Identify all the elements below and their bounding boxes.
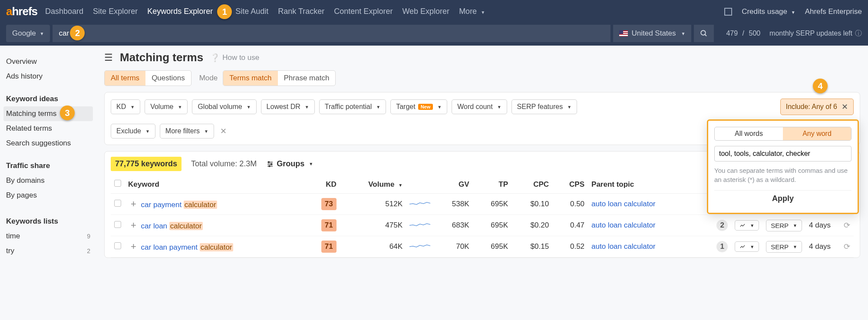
svg-line-1: [705, 34, 707, 36]
col-volume[interactable]: Volume ▼: [340, 175, 406, 194]
cell-gv: 683K: [434, 215, 473, 236]
groups-toggle[interactable]: Groups▼: [266, 159, 313, 168]
filter-global-volume[interactable]: Global volume▼: [192, 99, 256, 114]
side-ads-history[interactable]: Ads history: [3, 69, 93, 84]
side-list-try[interactable]: try2: [3, 244, 93, 258]
side-related-terms[interactable]: Related terms: [3, 121, 93, 136]
keyword-link[interactable]: car loan calculator: [141, 222, 203, 230]
search-bar: Google ▼ car 2 United States ▼ 479 / 500…: [0, 23, 868, 46]
include-input[interactable]: [714, 146, 851, 162]
nav-more[interactable]: More ▼: [459, 7, 485, 16]
cell-volume: 64K: [340, 236, 406, 257]
col-kd[interactable]: KD: [304, 175, 340, 194]
nav-content-explorer[interactable]: Content Explorer: [334, 7, 393, 16]
annotation-3: 3: [60, 106, 75, 120]
filter-traffic-potential[interactable]: Traffic potential▼: [319, 99, 386, 114]
trend-button[interactable]: ▼: [735, 220, 759, 231]
close-icon[interactable]: ✕: [842, 102, 848, 112]
side-by-domains[interactable]: By domains: [3, 173, 93, 188]
side-by-pages[interactable]: By pages: [3, 188, 93, 203]
match-mode-tabs: Terms match Phrase match: [223, 70, 336, 86]
sparkline-icon: [409, 242, 430, 249]
filters-bar: KD▼ Volume▼ Global volume▼ Lowest DR▼ Tr…: [104, 92, 860, 145]
nav-rank-tracker[interactable]: Rank Tracker: [278, 7, 324, 16]
col-cps[interactable]: CPS: [552, 175, 588, 194]
include-tab-all-words[interactable]: All words: [715, 127, 783, 140]
cell-tp: 695K: [473, 236, 512, 257]
annotation-2: 2: [70, 26, 85, 40]
filter-more[interactable]: More filters▼: [160, 124, 214, 139]
nav-site-explorer[interactable]: Site Explorer: [93, 7, 138, 16]
filter-exclude[interactable]: Exclude▼: [111, 124, 155, 139]
keyword-link[interactable]: car loan payment calculator: [141, 243, 233, 251]
select-all-checkbox[interactable]: [114, 180, 121, 187]
sparkline-icon: [409, 221, 430, 228]
trend-button[interactable]: ▼: [735, 241, 759, 252]
svg-point-7: [269, 165, 270, 167]
total-volume: Total volume: 2.3M: [191, 159, 257, 168]
nav-site-audit[interactable]: Site Audit: [235, 7, 268, 16]
help-icon[interactable]: ⓘ: [855, 29, 862, 38]
parent-topic-link[interactable]: auto loan calculator: [591, 200, 655, 208]
side-matching-terms[interactable]: Matching terms 3: [3, 106, 93, 121]
credits-usage[interactable]: Credits usage ▼: [742, 7, 795, 16]
row-checkbox[interactable]: [114, 242, 121, 249]
tab-all-terms[interactable]: All terms: [105, 71, 145, 86]
cell-volume: 475K: [340, 215, 406, 236]
filter-word-count[interactable]: Word count▼: [452, 99, 507, 114]
keyword-link[interactable]: car payment calculator: [141, 201, 217, 209]
side-head-traffic: Traffic share: [3, 158, 93, 173]
filter-serp-features[interactable]: SERP features▼: [512, 99, 577, 114]
keyword-input[interactable]: car 2: [53, 25, 611, 42]
col-tp[interactable]: TP: [473, 175, 512, 194]
nav-keywords-explorer-label: Keywords Explorer: [147, 7, 213, 16]
expand-icon[interactable]: +: [131, 220, 136, 231]
parent-topic-link[interactable]: auto loan calculator: [591, 242, 655, 251]
cell-age: 4 days: [805, 215, 840, 236]
nav-web-explorer[interactable]: Web Explorer: [402, 7, 449, 16]
include-tab-any-word[interactable]: Any word: [783, 127, 851, 140]
serp-button[interactable]: SERP ▼: [766, 220, 802, 231]
filter-include[interactable]: Include: Any of 6✕: [780, 99, 854, 115]
search-button[interactable]: [694, 25, 714, 42]
expand-icon[interactable]: +: [131, 241, 136, 252]
cell-tp: 695K: [473, 194, 512, 215]
cell-cpc: $0.20: [512, 215, 552, 236]
side-list-time[interactable]: time9: [3, 229, 93, 244]
col-cpc[interactable]: CPC: [512, 175, 552, 194]
country-select[interactable]: United States ▼: [613, 25, 691, 42]
filter-kd[interactable]: KD▼: [111, 99, 140, 114]
cell-cpc: $0.15: [512, 236, 552, 257]
row-checkbox[interactable]: [114, 221, 121, 228]
nav-dashboard[interactable]: Dashboard: [45, 7, 83, 16]
filter-target[interactable]: TargetNew▼: [390, 99, 447, 114]
page-title: Matching terms: [120, 51, 203, 64]
side-search-suggestions[interactable]: Search suggestions: [3, 136, 93, 151]
tab-terms-match[interactable]: Terms match: [223, 71, 277, 86]
parent-topic-link[interactable]: auto loan calculator: [591, 221, 655, 229]
sf-count[interactable]: 1: [716, 241, 728, 252]
plan-label[interactable]: Ahrefs Enterprise: [805, 7, 862, 16]
tab-questions[interactable]: Questions: [145, 71, 191, 86]
refresh-icon[interactable]: ⟳: [844, 242, 850, 251]
nav-keywords-explorer[interactable]: Keywords Explorer 1: [147, 7, 213, 16]
search-engine-select[interactable]: Google ▼: [6, 25, 50, 42]
tab-phrase-match[interactable]: Phrase match: [278, 71, 336, 86]
serp-button[interactable]: SERP ▼: [766, 241, 802, 253]
expand-icon[interactable]: +: [131, 198, 136, 209]
sf-count[interactable]: 2: [716, 220, 728, 231]
svg-point-6: [271, 163, 272, 165]
col-parent[interactable]: Parent topic: [588, 175, 702, 194]
refresh-icon[interactable]: ⟳: [844, 221, 850, 230]
col-keyword[interactable]: Keyword: [125, 175, 304, 194]
sidebar-toggle-icon[interactable]: ☰: [104, 52, 113, 63]
col-gv[interactable]: GV: [434, 175, 473, 194]
device-icon[interactable]: [724, 8, 732, 16]
include-apply-button[interactable]: Apply: [714, 190, 851, 207]
filter-volume[interactable]: Volume▼: [145, 99, 188, 114]
clear-filters[interactable]: ✕: [220, 126, 227, 136]
filter-lowest-dr[interactable]: Lowest DR▼: [261, 99, 315, 114]
row-checkbox[interactable]: [114, 200, 121, 207]
how-to-use[interactable]: ❔How to use: [210, 53, 259, 63]
side-overview[interactable]: Overview: [3, 54, 93, 69]
